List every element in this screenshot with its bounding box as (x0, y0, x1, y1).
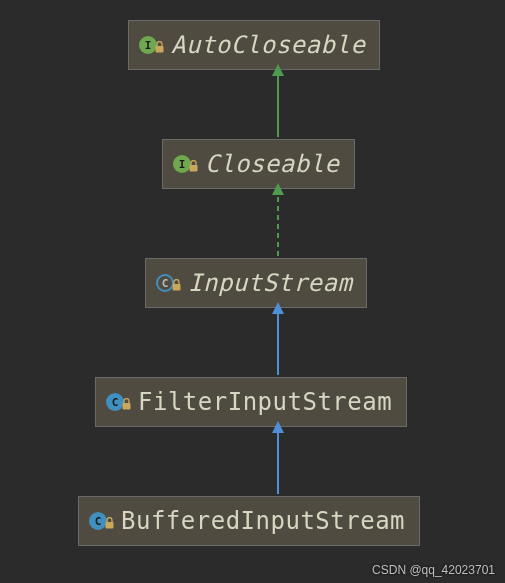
type-badge-holder: I (173, 155, 197, 173)
svg-marker-2 (272, 64, 284, 76)
svg-marker-8 (272, 302, 284, 314)
node-filterinputstream: C FilterInputStream (95, 377, 407, 427)
node-label: AutoCloseable (171, 31, 365, 59)
node-label: FilterInputStream (138, 388, 392, 416)
node-inputstream: C InputStream (145, 258, 367, 308)
arrow-extends-class (272, 421, 284, 496)
lock-icon (172, 279, 181, 291)
lock-icon (105, 517, 114, 529)
lock-icon (122, 398, 131, 410)
class-hierarchy-diagram: I AutoCloseable I Closeable C InputStrea… (0, 0, 505, 583)
lock-icon (189, 160, 198, 172)
svg-rect-12 (106, 522, 114, 529)
svg-marker-5 (272, 183, 284, 195)
node-closeable: I Closeable (162, 139, 355, 189)
node-autocloseable: I AutoCloseable (128, 20, 380, 70)
node-label: InputStream (188, 269, 352, 297)
type-badge-holder: C (106, 393, 130, 411)
arrow-extends-class (272, 302, 284, 377)
arrow-extends-interface (272, 64, 284, 139)
type-badge-holder: I (139, 36, 163, 54)
node-bufferedinputstream: C BufferedInputStream (78, 496, 420, 546)
svg-rect-6 (173, 284, 181, 291)
watermark-text: CSDN @qq_42023701 (372, 563, 495, 577)
node-label: BufferedInputStream (121, 507, 405, 535)
lock-icon (155, 41, 164, 53)
svg-rect-9 (123, 403, 131, 410)
svg-rect-0 (156, 46, 164, 53)
type-badge-holder: C (156, 274, 180, 292)
type-badge-holder: C (89, 512, 113, 530)
svg-marker-11 (272, 421, 284, 433)
svg-rect-3 (190, 165, 198, 172)
node-label: Closeable (205, 150, 340, 178)
arrow-implements (272, 183, 284, 258)
